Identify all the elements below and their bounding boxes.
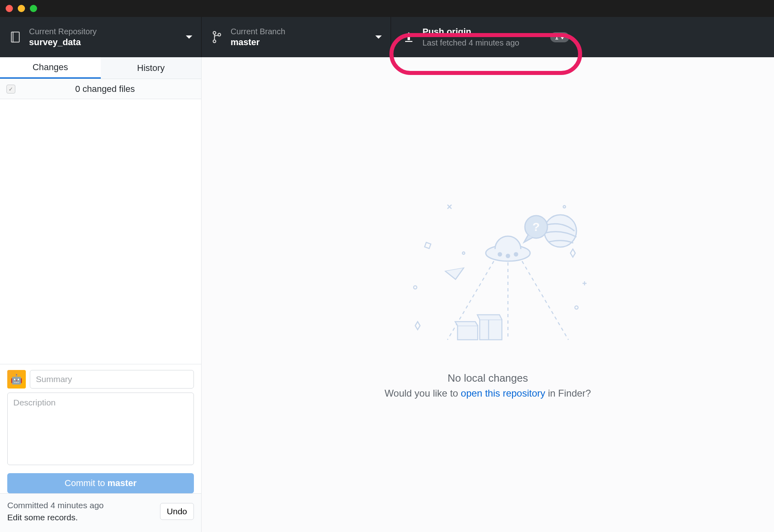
minimize-window-button[interactable] — [18, 5, 25, 12]
branch-dropdown[interactable]: Current Branch master — [202, 17, 391, 57]
titlebar — [0, 0, 774, 17]
avatar: 🤖 — [7, 370, 26, 389]
push-title: Push origin — [422, 26, 550, 38]
svg-text:?: ? — [533, 220, 540, 233]
push-count-badge: 1 — [550, 32, 569, 42]
commit-summary-input[interactable] — [30, 370, 194, 389]
main-panel: ? — [202, 57, 774, 532]
svg-line-20 — [522, 261, 568, 340]
push-count: 1 — [555, 34, 558, 41]
svg-point-6 — [414, 286, 417, 289]
chevron-down-icon — [375, 35, 382, 39]
body: Changes History ✓ 0 changed files 🤖 Comm… — [0, 57, 774, 532]
changes-list — [0, 99, 201, 364]
repo-icon — [9, 31, 22, 43]
upload-arrow-icon — [402, 32, 415, 42]
svg-point-14 — [506, 254, 510, 258]
commit-button[interactable]: Commit to master — [7, 473, 194, 493]
empty-suffix: in Finder? — [545, 388, 591, 399]
app-window: Current Repository survey_data Current B… — [0, 0, 774, 532]
commit-form: 🤖 Commit to master — [0, 364, 201, 493]
svg-rect-5 — [405, 41, 412, 42]
open-repository-link[interactable]: open this repository — [461, 388, 545, 399]
push-origin-button[interactable]: Push origin Last fetched 4 minutes ago 1 — [391, 17, 580, 57]
chevron-down-icon — [186, 35, 192, 39]
repo-name: survey_data — [29, 37, 186, 48]
svg-point-7 — [563, 206, 566, 208]
push-subtitle: Last fetched 4 minutes ago — [422, 37, 550, 48]
tab-history[interactable]: History — [101, 57, 202, 79]
commit-button-prefix: Commit to — [64, 478, 105, 488]
commit-button-branch: master — [108, 478, 137, 488]
changes-header: ✓ 0 changed files — [0, 79, 201, 99]
branch-name: master — [231, 37, 375, 48]
tab-changes[interactable]: Changes — [0, 57, 101, 79]
commit-description-input[interactable] — [7, 393, 194, 465]
last-commit-time: Committed 4 minutes ago — [7, 499, 104, 511]
svg-point-15 — [514, 253, 518, 256]
undo-button[interactable]: Undo — [160, 503, 194, 520]
svg-point-13 — [498, 253, 501, 256]
svg-rect-9 — [424, 242, 431, 248]
toolbar: Current Repository survey_data Current B… — [0, 17, 774, 57]
svg-point-10 — [462, 252, 465, 254]
select-all-checkbox[interactable]: ✓ — [6, 85, 15, 94]
empty-state-subtitle: Would you like to open this repository i… — [385, 388, 591, 399]
sidebar-tabs: Changes History — [0, 57, 201, 79]
branch-label: Current Branch — [231, 26, 375, 37]
svg-point-4 — [213, 40, 216, 43]
last-commit-message: Edit some records. — [7, 511, 104, 523]
empty-prefix: Would you like to — [385, 388, 461, 399]
repo-label: Current Repository — [29, 26, 186, 37]
sidebar: Changes History ✓ 0 changed files 🤖 Comm… — [0, 57, 202, 532]
svg-point-8 — [575, 306, 578, 309]
empty-state-illustration: ? — [387, 191, 589, 352]
last-commit-row: Committed 4 minutes ago Edit some record… — [0, 493, 201, 532]
up-arrow-icon — [560, 34, 564, 41]
svg-rect-0 — [11, 32, 19, 42]
svg-point-2 — [213, 31, 216, 34]
empty-state-title: No local changes — [447, 372, 528, 384]
maximize-window-button[interactable] — [30, 5, 37, 12]
repository-dropdown[interactable]: Current Repository survey_data — [0, 17, 202, 57]
close-window-button[interactable] — [6, 5, 13, 12]
changed-files-count: 0 changed files — [15, 84, 195, 94]
branch-icon — [210, 31, 223, 43]
